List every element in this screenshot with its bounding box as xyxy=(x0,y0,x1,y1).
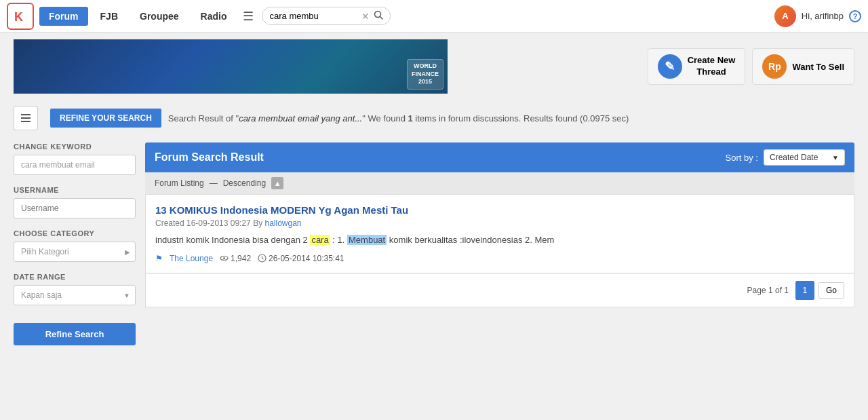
want-to-sell-icon: Rp xyxy=(762,54,787,79)
sort-chevron-icon: ▼ xyxy=(832,154,839,161)
forum-search-title: Forum Search Result xyxy=(155,151,264,164)
svg-point-7 xyxy=(223,257,225,259)
search-query-text: cara membuat email yang ant... xyxy=(239,113,362,123)
sidebar: CHANGE KEYWORD USERNAME CHOOSE CATEGORY … xyxy=(14,142,136,345)
svg-line-10 xyxy=(262,259,264,260)
sidebar-username-label: USERNAME xyxy=(14,186,136,194)
site-logo[interactable]: K xyxy=(7,3,34,30)
help-icon[interactable]: ? xyxy=(849,10,861,22)
sidebar-keyword-section: CHANGE KEYWORD xyxy=(14,142,136,175)
last-date: 26-05-2014 10:35:41 xyxy=(269,254,344,263)
create-thread-icon: ✎ xyxy=(658,54,682,79)
category-select[interactable]: Pilih Kategori xyxy=(14,242,136,262)
banner-badge: WORLD FINANCE 2015 xyxy=(407,59,443,90)
date-item: 26-05-2014 10:35:41 xyxy=(258,254,344,263)
clock-icon xyxy=(258,254,267,263)
snippet-before: industri komik Indonesia bisa dengan 2 xyxy=(155,235,308,245)
want-to-sell-label: Want To Sell xyxy=(792,62,844,72)
views-count: 1,942 xyxy=(231,254,251,263)
create-thread-label: Create NewThread xyxy=(688,55,736,78)
nav-radio[interactable]: Radio xyxy=(191,7,237,26)
list-icon[interactable]: ☰ xyxy=(243,9,254,24)
sort-by-area: Sort by : Created Date ▼ xyxy=(726,149,845,166)
page-info: Page 1 of 1 xyxy=(747,286,789,295)
search-bar: ✕ xyxy=(262,7,391,25)
result-card: 13 KOMIKUS Indonesia MODERN Yg Agan Mest… xyxy=(145,195,854,273)
search-result-info: Search Result of "cara membuat email yan… xyxy=(168,113,629,123)
search-input[interactable] xyxy=(269,11,357,21)
sidebar-username-section: USERNAME xyxy=(14,186,136,218)
main-wrapper: CHANGE KEYWORD USERNAME CHOOSE CATEGORY … xyxy=(0,136,868,352)
snippet-cara-highlight: cara xyxy=(310,235,330,245)
create-thread-button[interactable]: ✎ Create NewThread xyxy=(648,48,746,85)
username-input[interactable] xyxy=(14,198,136,218)
sidebar-category-section: CHOOSE CATEGORY Pilih Kategori ▶ xyxy=(14,229,136,262)
result-count: 1 xyxy=(408,113,412,123)
eye-icon xyxy=(220,254,229,263)
nav-forum[interactable]: Forum xyxy=(39,7,88,26)
result-meta: Created 16-09-2013 09:27 By hallowgan xyxy=(155,218,844,228)
svg-rect-4 xyxy=(21,117,31,119)
nav-groupee[interactable]: Groupee xyxy=(130,7,189,26)
snippet-after: komik berkualitas :iloveindonesias 2. Me… xyxy=(389,235,555,245)
svg-text:K: K xyxy=(14,10,23,24)
search-icon[interactable] xyxy=(374,10,383,22)
views-item: 1,942 xyxy=(220,254,251,263)
pagination-bar: Page 1 of 1 1 Go xyxy=(145,273,854,307)
result-snippet: industri komik Indonesia bisa dengan 2 c… xyxy=(155,233,844,247)
listing-sort-icon[interactable]: ▲ xyxy=(271,177,283,189)
svg-rect-5 xyxy=(21,121,31,122)
listing-dash: — xyxy=(210,178,218,188)
tag-icon: ⚑ xyxy=(155,254,163,263)
sort-select[interactable]: Created Date ▼ xyxy=(764,149,845,166)
result-author-link[interactable]: hallowgan xyxy=(264,218,301,228)
keyword-input[interactable] xyxy=(14,155,136,175)
user-greeting: Hi, arifinbp xyxy=(802,11,844,21)
svg-line-2 xyxy=(380,17,383,20)
snippet-mid: : 1. xyxy=(332,235,344,245)
refine-search-topbar-button[interactable]: REFINE YOUR SEARCH xyxy=(50,109,161,128)
navbar: K Forum FJB Groupee Radio ☰ ✕ A Hi, arif… xyxy=(0,0,868,33)
navbar-right: A Hi, arifinbp ? xyxy=(774,5,861,27)
page-1-button[interactable]: 1 xyxy=(795,281,814,300)
svg-rect-3 xyxy=(21,114,31,115)
result-created-date: Created 16-09-2013 09:27 xyxy=(155,218,251,228)
content-area: Forum Search Result Sort by : Created Da… xyxy=(145,142,854,345)
sort-option-label: Created Date xyxy=(770,153,818,162)
result-title[interactable]: 13 KOMIKUS Indonesia MODERN Yg Agan Mest… xyxy=(155,204,844,216)
forum-listing-bar: Forum Listing — Descending ▲ xyxy=(145,172,854,195)
avatar: A xyxy=(774,5,796,27)
sort-by-label: Sort by : xyxy=(726,153,758,163)
refine-search-button[interactable]: Refine Search xyxy=(14,323,136,345)
list-toggle-icon[interactable] xyxy=(14,106,38,130)
want-to-sell-button[interactable]: Rp Want To Sell xyxy=(752,48,854,85)
daterange-select[interactable]: Kapan saja xyxy=(14,285,136,305)
daterange-select-wrapper: Kapan saja ▼ xyxy=(14,285,136,305)
banner: WORLD FINANCE 2015 xyxy=(14,39,448,94)
tag-link[interactable]: The Lounge xyxy=(170,254,213,263)
action-buttons: ✎ Create NewThread Rp Want To Sell xyxy=(648,48,854,85)
nav-fjb[interactable]: FJB xyxy=(91,7,127,26)
listing-label: Forum Listing xyxy=(155,178,204,188)
sidebar-category-label: CHOOSE CATEGORY xyxy=(14,229,136,237)
forum-search-header: Forum Search Result Sort by : Created Da… xyxy=(145,142,854,172)
result-tags: ⚑ The Lounge 1,942 26-05-2014 10:35: xyxy=(155,254,844,263)
snippet-membuat-highlight: Membuat xyxy=(347,235,387,245)
sidebar-daterange-label: DATE RANGE xyxy=(14,273,136,281)
sidebar-keyword-label: CHANGE KEYWORD xyxy=(14,142,136,151)
listing-order: Descending xyxy=(223,178,266,188)
category-select-wrapper: Pilih Kategori ▶ xyxy=(14,242,136,262)
go-button[interactable]: Go xyxy=(818,282,844,299)
result-by-text: By xyxy=(253,218,264,228)
sidebar-daterange-section: DATE RANGE Kapan saja ▼ xyxy=(14,273,136,305)
search-clear-icon[interactable]: ✕ xyxy=(361,12,370,21)
